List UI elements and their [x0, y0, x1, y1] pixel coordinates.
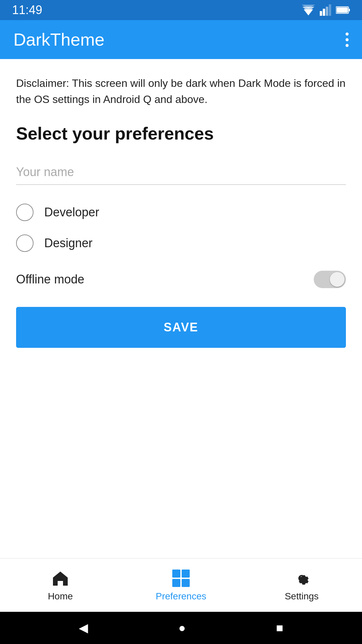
- svg-rect-4: [323, 9, 325, 16]
- nav-label-preferences: Preferences: [156, 591, 206, 602]
- disclaimer-text: Disclaimer: This screen will only be dar…: [16, 75, 346, 107]
- name-input-wrapper: [16, 162, 346, 185]
- offline-mode-label: Offline mode: [16, 272, 84, 286]
- section-title: Select your preferences: [16, 123, 346, 144]
- svg-rect-9: [337, 7, 348, 13]
- svg-rect-11: [182, 570, 190, 578]
- nav-label-home: Home: [48, 591, 73, 602]
- status-bar: 11:49: [0, 0, 362, 20]
- nav-item-home[interactable]: Home: [0, 569, 121, 602]
- home-icon: [51, 569, 70, 588]
- recents-button[interactable]: ■: [276, 621, 284, 635]
- name-input[interactable]: [16, 162, 346, 182]
- nav-item-settings[interactable]: Settings: [241, 569, 362, 602]
- svg-rect-13: [182, 579, 190, 587]
- radio-label-designer: Designer: [44, 236, 93, 250]
- role-radio-group: Developer Designer: [16, 204, 346, 252]
- radio-circle-developer: [16, 204, 34, 221]
- radio-circle-designer: [16, 234, 34, 252]
- more-options-button[interactable]: [346, 33, 349, 47]
- nav-item-preferences[interactable]: Preferences: [121, 569, 241, 602]
- home-button[interactable]: ●: [178, 621, 186, 635]
- svg-rect-10: [172, 570, 180, 578]
- offline-mode-toggle[interactable]: [314, 271, 346, 288]
- radio-designer[interactable]: Designer: [16, 234, 346, 252]
- nav-label-settings: Settings: [285, 591, 318, 602]
- settings-icon: [292, 569, 311, 588]
- preferences-icon: [172, 569, 190, 588]
- svg-rect-12: [172, 579, 180, 587]
- radio-label-developer: Developer: [44, 205, 99, 219]
- offline-mode-row: Offline mode: [16, 271, 346, 288]
- signal-icon: [320, 4, 331, 16]
- system-navigation: ◀ ● ■: [0, 612, 362, 644]
- content-area: Disclaimer: This screen will only be dar…: [0, 59, 362, 453]
- app-bar: DarkTheme: [0, 20, 362, 59]
- status-icons: [302, 4, 350, 16]
- svg-rect-3: [320, 11, 322, 16]
- radio-developer[interactable]: Developer: [16, 204, 346, 221]
- svg-rect-6: [329, 4, 331, 16]
- status-time: 11:49: [12, 3, 42, 17]
- svg-rect-5: [326, 7, 328, 16]
- bottom-navigation: Home Preferences Settings: [0, 558, 362, 612]
- save-button[interactable]: SAVE: [16, 307, 346, 348]
- wifi-icon: [302, 5, 315, 15]
- back-button[interactable]: ◀: [79, 621, 88, 635]
- battery-icon: [336, 6, 350, 14]
- svg-rect-8: [349, 9, 350, 11]
- app-title: DarkTheme: [13, 30, 105, 50]
